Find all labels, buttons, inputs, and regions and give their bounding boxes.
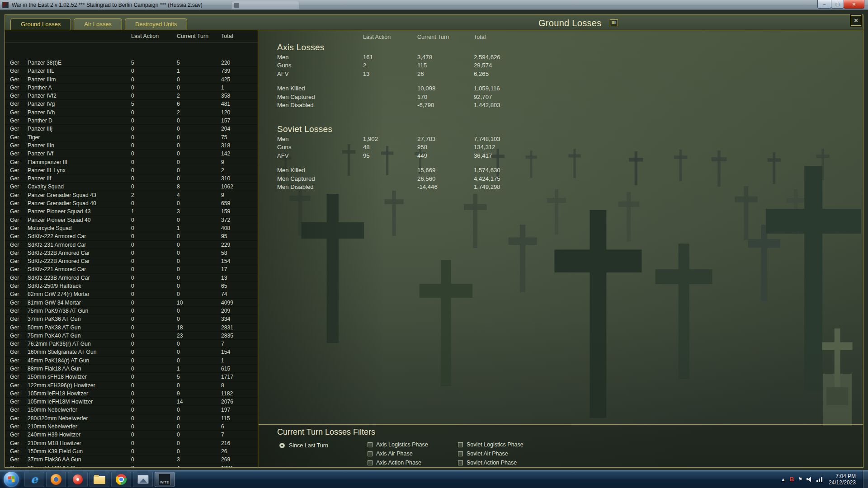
maximize-icon: ▢ — [835, 2, 840, 7]
table-row: Ger105mm leFH18 Howitzer091182 — [5, 389, 258, 398]
checkbox-icon[interactable] — [368, 451, 373, 456]
summary-row: Men Killed10,0981,059,116 — [277, 84, 863, 93]
radio-icon[interactable] — [279, 443, 285, 448]
cell-nationality: Ger — [10, 67, 27, 75]
cell-nationality: Ger — [10, 249, 27, 257]
cell-current-turn: 5 — [177, 59, 221, 66]
summary-la: 1,902 — [363, 135, 417, 144]
minimize-button[interactable]: – — [817, 0, 831, 9]
cell-nationality: Ger — [10, 464, 27, 467]
cell-total: 615 — [221, 365, 258, 372]
checkbox-icon[interactable] — [458, 442, 463, 447]
table-row: GerPanzer Grenadier Squad 4000659 — [5, 199, 258, 207]
close-window-button[interactable]: ✕ — [844, 0, 864, 9]
cell-last-action: 0 — [131, 166, 177, 174]
cell-current-turn: 18 — [177, 324, 221, 331]
taskbar-app-image-viewer[interactable] — [133, 472, 153, 487]
network-icon[interactable] — [816, 477, 823, 482]
cell-unit-name: 82mm GrW 274(r) Mortar — [27, 290, 131, 298]
cell-unit-name: Panther D — [27, 117, 131, 124]
table-row: GerPanzer Pioneer Squad 4313159 — [5, 207, 258, 216]
filter-soviet-logistics-phase[interactable]: Soviet Logistics Phase — [458, 440, 524, 449]
cell-last-action: 0 — [131, 464, 177, 467]
volume-icon[interactable] — [807, 477, 812, 482]
table-row: Ger37mm PaK36 AT Gun00334 — [5, 315, 258, 323]
filter-axis-action-phase[interactable]: Axis Action Phase — [368, 458, 428, 467]
filter-soviet-action-phase[interactable]: Soviet Action Phase — [458, 458, 524, 467]
table-row: GerPanzer IIIn00318 — [5, 141, 258, 150]
table-row: GerSdKfz-223B Armored Car0013 — [5, 274, 258, 282]
summary-label: Men — [277, 135, 363, 144]
cell-unit-name: SdKfz-250/9 Halftrack — [27, 282, 131, 290]
taskbar-app-chrome[interactable] — [111, 472, 131, 487]
show-desktop-button[interactable] — [863, 470, 868, 488]
checkbox-label: Soviet Air Phase — [467, 450, 508, 457]
taskbar-app-wite[interactable]: WITE — [155, 472, 175, 487]
summary-label: Men Killed — [277, 84, 363, 93]
start-button[interactable] — [4, 472, 19, 487]
since-last-turn-radio[interactable]: Since Last Turn — [279, 441, 328, 450]
taskbar-app-media-player[interactable] — [68, 472, 88, 487]
cell-nationality: Ger — [10, 232, 27, 240]
cell-unit-name: 37mm Flak36 AA Gun — [27, 455, 131, 463]
tab-air-losses[interactable]: Air Losses — [74, 18, 122, 30]
antivirus-tray-icon[interactable]: B — [790, 476, 794, 483]
cell-total: 1 — [221, 357, 258, 364]
column-total: Total — [474, 33, 863, 42]
cell-last-action: 0 — [131, 75, 177, 83]
maximize-button[interactable]: ▢ — [831, 0, 844, 9]
cell-current-turn: 14 — [177, 398, 221, 405]
close-screen-button[interactable]: ✕ — [851, 15, 861, 26]
taskbar-app-file-explorer[interactable] — [90, 472, 109, 487]
summary-la: 95 — [363, 152, 417, 160]
cell-nationality: Ger — [10, 191, 27, 199]
summary-label: Men Captured — [277, 175, 363, 183]
cell-last-action: 0 — [131, 150, 177, 157]
cell-total: 74 — [221, 290, 258, 298]
cell-last-action: 0 — [131, 455, 177, 463]
cell-total: 372 — [221, 216, 258, 224]
unit-losses-panel: Last Action Current Turn Total GerPanzer… — [5, 30, 258, 467]
taskbar-clock[interactable]: 7:04 PM 24/12/2023 — [827, 473, 859, 486]
tab-ground-losses[interactable]: Ground Losses — [10, 18, 71, 30]
checkbox-icon[interactable] — [368, 460, 373, 465]
checkbox-icon[interactable] — [458, 451, 463, 456]
cell-current-turn: 4 — [177, 464, 221, 467]
tab-destroyed-units[interactable]: Destroyed Units — [125, 18, 187, 30]
hidden-icons-button[interactable]: ▲ — [781, 477, 786, 482]
summary-row: Men Captured17092,707 — [277, 93, 863, 102]
filter-soviet-air-phase[interactable]: Soviet Air Phase — [458, 449, 524, 458]
taskbar-app-firefox[interactable] — [46, 472, 66, 487]
summary-total: 92,707 — [474, 93, 863, 102]
cell-last-action: 0 — [131, 414, 177, 422]
column-total: Total — [221, 33, 233, 39]
cell-total: 358 — [221, 92, 258, 99]
summary-label: Guns — [277, 61, 363, 70]
filters-title: Current Turn Losses Filters — [277, 427, 375, 437]
checkbox-icon[interactable] — [458, 460, 463, 465]
cell-current-turn: 0 — [177, 348, 221, 356]
filter-axis-logistics-phase[interactable]: Axis Logistics Phase — [368, 440, 428, 449]
summary-la — [363, 93, 417, 102]
cell-total: 7 — [221, 431, 258, 438]
cell-total: 220 — [221, 59, 258, 66]
filter-axis-air-phase[interactable]: Axis Air Phase — [368, 449, 428, 458]
taskbar-app-internet-explorer[interactable]: e — [24, 472, 44, 487]
cell-total: 229 — [221, 241, 258, 249]
cell-last-action: 0 — [131, 406, 177, 413]
action-center-icon[interactable]: ⚑ — [798, 476, 802, 482]
cell-last-action: 0 — [131, 224, 177, 232]
window-titlebar: War in the East 2 v 1.02.52 *** Stalingr… — [0, 0, 868, 10]
table-row: GerPanther A001 — [5, 84, 258, 92]
cell-last-action: 0 — [131, 299, 177, 306]
background-image-icon[interactable] — [610, 19, 618, 26]
cell-last-action: 0 — [131, 67, 177, 75]
cell-nationality: Ger — [10, 381, 27, 389]
cell-current-turn: 0 — [177, 84, 221, 91]
summary-la — [363, 183, 417, 192]
checkbox-icon[interactable] — [368, 442, 373, 447]
table-row: GerSdKfz-231 Armored Car00229 — [5, 241, 258, 249]
cell-nationality: Ger — [10, 365, 27, 372]
cell-unit-name: Panzer Pioneer Squad 43 — [27, 207, 131, 215]
cell-total: 204 — [221, 125, 258, 132]
